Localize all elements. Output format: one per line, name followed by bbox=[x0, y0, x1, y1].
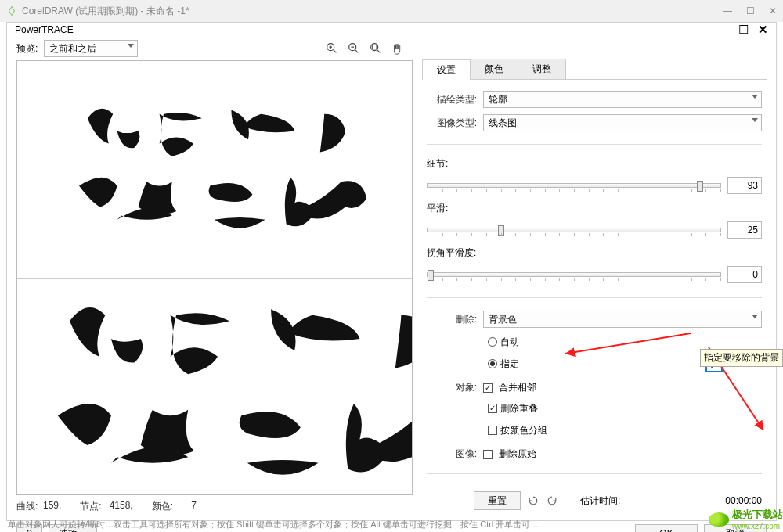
corner-input[interactable] bbox=[727, 266, 762, 283]
close-icon[interactable]: ✕ bbox=[769, 5, 777, 16]
preview-before[interactable] bbox=[17, 61, 412, 279]
zoom-in-icon[interactable] bbox=[325, 41, 339, 56]
status-hint: 单击对象网大可旋转/顺时…双击工具可选择所有对象；按住 Shift 键单击可选择… bbox=[8, 519, 775, 530]
tab-adjust[interactable]: 调整 bbox=[518, 59, 566, 79]
trace-type-dropdown[interactable]: 轮廓 bbox=[483, 91, 762, 108]
detail-input[interactable] bbox=[727, 177, 762, 194]
tab-colors[interactable]: 颜色 bbox=[470, 59, 518, 79]
estimate-value: 00:00:00 bbox=[725, 495, 762, 506]
svg-point-2 bbox=[371, 44, 378, 51]
preview-box bbox=[16, 60, 413, 495]
merge-adjacent-label: 合并相邻 bbox=[499, 381, 536, 394]
preview-mode-dropdown[interactable]: 之前和之后 bbox=[44, 40, 138, 57]
nodes-value: 4158, bbox=[106, 500, 133, 513]
preview-mode-value: 之前和之后 bbox=[49, 42, 96, 56]
curves-value: 159, bbox=[42, 500, 61, 513]
specify-radio[interactable] bbox=[488, 359, 497, 368]
corner-slider[interactable] bbox=[427, 272, 721, 277]
redo-icon[interactable] bbox=[546, 494, 558, 507]
calligraphy-after bbox=[17, 279, 412, 495]
curves-label: 曲线: bbox=[16, 500, 38, 513]
remove-original-checkbox[interactable] bbox=[483, 450, 493, 459]
image-type-label: 图像类型: bbox=[427, 117, 477, 130]
nodes-label: 节点: bbox=[80, 500, 101, 513]
corner-label: 拐角平滑度: bbox=[427, 247, 476, 258]
remove-overlap-label: 删除重叠 bbox=[500, 402, 538, 415]
auto-radio-label: 自动 bbox=[500, 336, 519, 349]
zoom-out-icon[interactable] bbox=[347, 41, 361, 56]
colors-value: 7 bbox=[178, 500, 197, 513]
reset-button[interactable]: 重置 bbox=[474, 491, 521, 510]
colors-label: 颜色: bbox=[152, 500, 173, 513]
calligraphy-before bbox=[37, 84, 392, 253]
preview-after[interactable] bbox=[17, 279, 412, 495]
smooth-slider[interactable] bbox=[427, 228, 721, 232]
delete-dropdown[interactable]: 背景色 bbox=[483, 311, 762, 328]
delete-label: 删除: bbox=[427, 313, 477, 326]
trace-type-label: 描绘类型: bbox=[427, 93, 477, 106]
group-by-color-checkbox[interactable] bbox=[488, 426, 497, 435]
powertrace-dialog: PowerTRACE ☐ ✕ 预览: 之前和之后 bbox=[6, 22, 777, 521]
group-by-color-label: 按颜色分组 bbox=[500, 424, 547, 437]
dialog-title: PowerTRACE bbox=[15, 24, 74, 35]
pan-hand-icon[interactable] bbox=[391, 41, 405, 56]
undo-icon[interactable] bbox=[527, 494, 539, 507]
minimize-icon[interactable]: — bbox=[723, 5, 732, 16]
specify-radio-label: 指定 bbox=[500, 358, 519, 371]
maximize-icon[interactable]: ☐ bbox=[746, 5, 755, 16]
zoom-fit-icon[interactable] bbox=[369, 41, 383, 56]
dialog-maximize-icon[interactable]: ☐ bbox=[738, 23, 749, 37]
smooth-input[interactable] bbox=[727, 221, 762, 239]
remove-original-label: 删除原始 bbox=[499, 448, 536, 461]
remove-overlap-checkbox[interactable] bbox=[488, 404, 497, 413]
detail-label: 细节: bbox=[427, 158, 448, 169]
merge-adjacent-checkbox[interactable] bbox=[483, 383, 493, 393]
tab-settings[interactable]: 设置 bbox=[422, 59, 471, 80]
image-type-dropdown[interactable]: 线条图 bbox=[483, 114, 762, 131]
detail-slider[interactable] bbox=[427, 183, 721, 188]
app-title-bar: CorelDRAW (试用期限到期) - 未命名 -1* — ☐ ✕ bbox=[0, 0, 783, 22]
app-title: CorelDRAW (试用期限到期) - 未命名 -1* bbox=[22, 5, 723, 18]
objects-label: 对象: bbox=[427, 381, 477, 394]
smooth-label: 平滑: bbox=[427, 203, 448, 214]
svg-rect-3 bbox=[373, 45, 377, 49]
auto-radio[interactable] bbox=[488, 337, 497, 347]
eyedropper-tooltip: 指定要移除的背景 bbox=[700, 349, 783, 367]
preview-label: 预览: bbox=[16, 42, 38, 56]
dialog-close-icon[interactable]: ✕ bbox=[758, 23, 768, 37]
image-label: 图像: bbox=[427, 448, 477, 461]
app-logo-icon bbox=[6, 5, 17, 16]
estimate-label: 估计时间: bbox=[580, 494, 620, 508]
